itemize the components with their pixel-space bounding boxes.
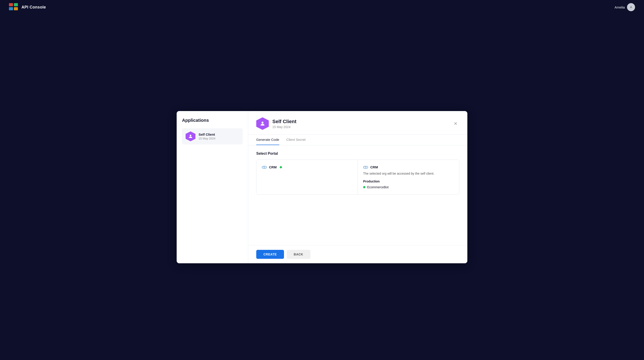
portal-right: CRM The selected org will be accessed by… [358, 160, 459, 194]
app-info: Self Client 15 May 2024 [198, 132, 215, 140]
detail-user-icon [260, 121, 266, 126]
tabs-bar: Generate Code Client Secret [248, 134, 467, 145]
app-panel: Applications Self Client 15 May 2024 [177, 111, 467, 263]
detail-header: Self Client 15 May 2024 ✕ [248, 111, 467, 134]
detail-app-info: Self Client 15 May 2024 [272, 119, 296, 129]
env-item-name: EcommerceBot [367, 185, 389, 189]
logo-icon [9, 3, 19, 11]
svg-point-4 [190, 135, 191, 136]
app-info-name: Self Client [198, 132, 215, 136]
portal-grid: CRM CRM The selected o [256, 160, 459, 195]
user-icon [188, 134, 193, 139]
portal-right-crm-label: CRM [370, 165, 378, 169]
env-dot [363, 186, 366, 188]
tab-client-secret[interactable]: Client Secret [286, 134, 306, 145]
topnav: API Console Amelia A [0, 0, 644, 14]
svg-rect-0 [9, 3, 13, 6]
sidebar: Applications Self Client 15 May 2024 [177, 111, 248, 263]
logo-area: API Console [9, 3, 46, 11]
sidebar-title: Applications [182, 118, 242, 123]
portal-crm-row: CRM [262, 165, 352, 169]
create-button[interactable]: CREATE [256, 250, 284, 259]
env-item: EcommerceBot [363, 185, 454, 189]
app-list-item[interactable]: Self Client 15 May 2024 [182, 128, 242, 144]
detail-content: Select Portal CRM [248, 145, 467, 245]
nav-title: API Console [22, 5, 46, 10]
portal-right-crm-row: CRM [363, 165, 454, 169]
svg-point-5 [262, 122, 264, 124]
svg-rect-1 [9, 7, 13, 10]
user-area: Amelia A [614, 3, 635, 11]
portal-left[interactable]: CRM [256, 160, 358, 194]
close-button[interactable]: ✕ [452, 120, 459, 127]
env-label: Production [363, 179, 454, 183]
portal-description: The selected org will be accessed by the… [363, 171, 454, 176]
detail-hexagon [256, 117, 269, 130]
app-hexagon [186, 131, 196, 141]
crm-right-link-icon [363, 165, 368, 169]
crm-link-icon [262, 165, 267, 169]
crm-selected-dot [280, 166, 282, 168]
tab-generate-code[interactable]: Generate Code [256, 134, 279, 145]
svg-rect-2 [14, 3, 18, 6]
detail-app-date: 15 May 2024 [272, 125, 296, 129]
main-container: Applications Self Client 15 May 2024 [0, 14, 644, 360]
app-info-date: 15 May 2024 [198, 137, 215, 140]
user-name: Amelia [614, 5, 625, 9]
detail-app-name: Self Client [272, 119, 296, 124]
detail-header-left: Self Client 15 May 2024 [256, 117, 296, 130]
back-button[interactable]: BACK [287, 250, 310, 259]
detail-footer: CREATE BACK [248, 245, 467, 263]
detail-panel: Self Client 15 May 2024 ✕ Generate Code … [248, 111, 467, 263]
svg-rect-3 [14, 7, 18, 10]
select-portal-label: Select Portal [256, 151, 459, 156]
avatar: A [627, 3, 635, 11]
portal-left-crm-label: CRM [269, 165, 276, 169]
